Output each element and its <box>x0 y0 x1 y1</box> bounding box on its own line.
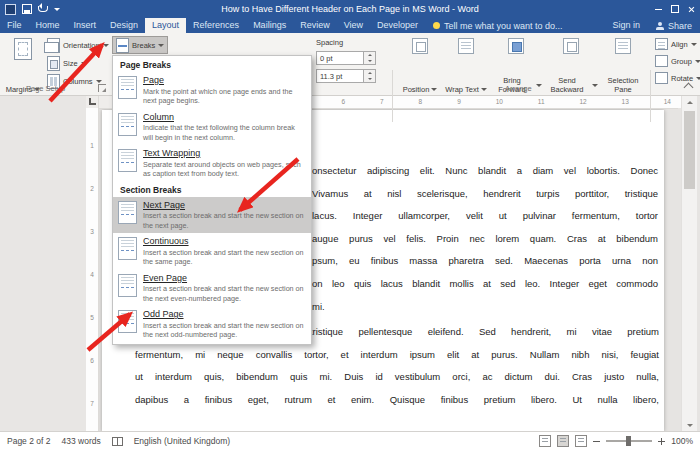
spacing-before-field[interactable]: 0 pt <box>316 51 376 65</box>
text-wrapping-break-icon <box>118 149 137 172</box>
vertical-scrollbar[interactable] <box>681 95 697 432</box>
size-caret-icon <box>81 62 87 68</box>
word-logo-icon <box>5 4 16 15</box>
spacing-after-spinner[interactable] <box>364 69 376 83</box>
selection-pane-button[interactable]: Selection Pane <box>600 36 646 96</box>
tell-me-box[interactable]: Tell me what you want to do... <box>425 18 571 33</box>
menu-item-title: Column <box>143 112 304 123</box>
tab-insert[interactable]: Insert <box>67 18 104 33</box>
menu-item-text-wrapping[interactable]: Text Wrapping Separate text around objec… <box>113 145 311 182</box>
ruler-number: 6 <box>342 98 346 105</box>
size-button[interactable]: Size <box>44 55 90 71</box>
scroll-down-button[interactable] <box>682 418 697 432</box>
status-right: 100% <box>539 435 693 447</box>
menu-item-desc: Insert a section break and start the new… <box>143 211 304 230</box>
menu-item-desc: Insert a section break and start the new… <box>143 248 304 267</box>
group-caret-icon <box>695 60 700 66</box>
wrap-text-button[interactable]: Wrap Text <box>444 36 488 96</box>
tab-stop-selector[interactable] <box>86 95 99 108</box>
rotate-button[interactable]: Rotate <box>655 71 700 85</box>
quick-access-caret-icon[interactable] <box>54 8 60 14</box>
word-window: How to Have Different Header on Each Pag… <box>0 0 700 450</box>
bring-forward-caret-icon <box>536 84 542 90</box>
zoom-out-icon[interactable] <box>593 441 600 442</box>
send-backward-button[interactable]: Send Backward <box>544 36 598 96</box>
orientation-caret-icon <box>103 44 109 50</box>
ruler-number: 9 <box>457 98 461 105</box>
menu-item-continuous[interactable]: Continuous Insert a section break and st… <box>113 233 311 270</box>
tab-references[interactable]: References <box>186 18 246 33</box>
position-label: Position <box>403 85 430 94</box>
spacing-before-value[interactable]: 0 pt <box>316 51 364 65</box>
tab-layout[interactable]: Layout <box>145 18 186 33</box>
tab-row-spacer <box>571 18 605 33</box>
scroll-up-button[interactable] <box>682 95 697 109</box>
share-button[interactable]: Share <box>648 18 700 33</box>
paragraph-1[interactable]: onsectetur adipiscing elit. Nunc blandit… <box>312 160 658 318</box>
ruler-number: 11 <box>538 98 545 105</box>
position-icon <box>412 38 428 54</box>
title-bar: How to Have Different Header on Each Pag… <box>0 0 700 18</box>
zoom-slider[interactable] <box>606 440 652 442</box>
ruler-number: 6 <box>90 357 94 364</box>
page-setup-dialog-launcher-icon[interactable] <box>98 84 106 92</box>
even-page-break-icon <box>118 274 137 297</box>
zoom-slider-thumb[interactable] <box>626 436 631 446</box>
word-count[interactable]: 433 words <box>61 436 100 446</box>
position-caret-icon <box>431 88 437 94</box>
ruler-number: 12 <box>579 98 586 105</box>
spacing-after-value[interactable]: 11.3 pt <box>316 69 364 83</box>
menu-item-odd-page[interactable]: Odd Page Insert a section break and star… <box>113 306 311 343</box>
menu-section-header: Section Breaks <box>113 182 311 197</box>
menu-item-page[interactable]: Page Mark the point at which one page en… <box>113 72 311 109</box>
tab-developer[interactable]: Developer <box>370 18 425 33</box>
group-button[interactable]: Group <box>655 54 700 68</box>
tab-home[interactable]: Home <box>29 18 67 33</box>
vertical-ruler[interactable]: 1 2 3 4 5 6 7 <box>86 108 99 432</box>
zoom-in-icon[interactable] <box>658 438 665 445</box>
align-button[interactable]: Align <box>655 37 697 51</box>
tab-file[interactable]: File <box>0 18 29 33</box>
tab-review[interactable]: Review <box>293 18 337 33</box>
text-line: psum, eu finibus massa pharetra sed. Mae… <box>312 250 658 273</box>
position-button[interactable]: Position <box>398 36 442 96</box>
tab-design[interactable]: Design <box>103 18 145 33</box>
print-layout-icon[interactable] <box>557 435 569 447</box>
window-controls <box>655 5 695 13</box>
menu-item-next-page[interactable]: Next Page Insert a section break and sta… <box>113 197 311 234</box>
sign-in-link[interactable]: Sign in <box>604 18 648 33</box>
close-icon[interactable] <box>688 6 695 13</box>
spacing-header: Spacing <box>316 38 343 47</box>
scrollbar-thumb[interactable] <box>684 111 695 189</box>
align-caret-icon <box>691 43 697 49</box>
undo-icon[interactable] <box>38 6 48 12</box>
page-indicator[interactable]: Page 2 of 2 <box>7 436 50 446</box>
spacing-after-field[interactable]: 11.3 pt <box>316 69 376 83</box>
arrange-group-label: Arrange <box>505 84 532 93</box>
tab-mailings[interactable]: Mailings <box>246 18 293 33</box>
menu-item-even-page[interactable]: Even Page Insert a section break and sta… <box>113 270 311 307</box>
odd-page-break-icon <box>118 310 137 333</box>
spinner-down-icon[interactable] <box>364 76 375 82</box>
spinner-down-icon[interactable] <box>364 58 375 64</box>
menu-item-column[interactable]: Column Indicate that the text following … <box>113 109 311 146</box>
save-icon[interactable] <box>22 4 32 14</box>
size-label: Size <box>63 59 78 68</box>
align-icon <box>655 38 668 50</box>
read-mode-icon[interactable] <box>539 435 551 447</box>
text-line: mi. <box>312 296 658 319</box>
zoom-level[interactable]: 100% <box>671 436 693 446</box>
proofing-icon[interactable] <box>112 437 123 446</box>
minimize-icon[interactable] <box>655 9 662 10</box>
menu-item-title: Odd Page <box>143 309 304 320</box>
ruler-number: 2 <box>90 185 94 192</box>
web-layout-icon[interactable] <box>575 435 587 447</box>
menu-item-title: Next Page <box>143 200 304 211</box>
maximize-icon[interactable] <box>671 5 679 13</box>
language-indicator[interactable]: English (United Kingdom) <box>134 436 230 446</box>
orientation-button[interactable]: Orientation <box>44 37 112 53</box>
text-line: onsectetur adipiscing elit. Nunc blandit… <box>312 160 658 183</box>
spacing-before-spinner[interactable] <box>364 51 376 65</box>
tab-view[interactable]: View <box>337 18 370 33</box>
breaks-button[interactable]: Breaks <box>112 36 168 54</box>
